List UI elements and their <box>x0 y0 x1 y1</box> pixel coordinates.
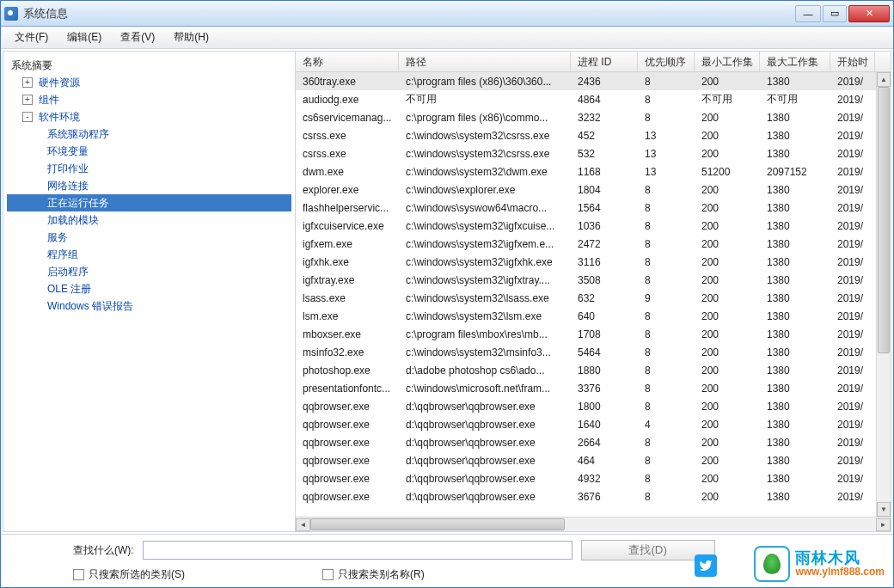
table-row[interactable]: qqbrowser.exed:\qqbrowser\qqbrowser.exe4… <box>296 451 891 469</box>
table-row[interactable]: mboxser.exec:\program files\mbox\res\mb.… <box>296 325 891 343</box>
table-row[interactable]: flashhelperservic...c:\windows\syswow64\… <box>296 199 891 217</box>
vertical-scrollbar[interactable]: ▲ ▼ <box>876 72 891 517</box>
menu-help[interactable]: 帮助(H) <box>165 28 217 47</box>
tree-toggle-icon[interactable]: + <box>22 95 33 105</box>
tree-toggle-icon[interactable]: + <box>22 77 33 88</box>
table-row[interactable]: qqbrowser.exed:\qqbrowser\qqbrowser.exe1… <box>296 397 891 415</box>
table-cell: qqbrowser.exe <box>296 453 399 469</box>
brand-logo[interactable]: 雨林木风 www.ylmf888.com <box>754 546 885 582</box>
table-cell: d:\adobe photoshop cs6\ado... <box>399 363 571 378</box>
table-cell: 13 <box>638 146 695 162</box>
tree-leaf[interactable]: 打印作业 <box>7 160 291 177</box>
table-cell: igfxcuiservice.exe <box>296 218 399 234</box>
table-row[interactable]: igfxcuiservice.exec:\windows\system32\ig… <box>296 217 891 235</box>
table-cell: d:\qqbrowser\qqbrowser.exe <box>399 453 571 469</box>
column-header[interactable]: 最小工作集 <box>695 52 760 71</box>
table-row[interactable]: lsm.exec:\windows\system32\lsm.exe640820… <box>296 307 891 325</box>
column-header[interactable]: 开始时 <box>830 52 875 71</box>
table-row[interactable]: igfxhk.exec:\windows\system32\igfxhk.exe… <box>296 253 891 271</box>
table-cell: lsass.exe <box>296 291 399 306</box>
table-cell: 不可用 <box>760 90 830 108</box>
minimize-button[interactable]: — <box>795 5 821 22</box>
tree-leaf[interactable]: 环境变量 <box>7 143 291 160</box>
table-row[interactable]: qqbrowser.exed:\qqbrowser\qqbrowser.exe2… <box>296 433 891 451</box>
scroll-left-button[interactable]: ◄ <box>296 518 310 531</box>
tree-node[interactable]: +硬件资源 <box>7 74 291 91</box>
tree-leaf[interactable]: 正在运行任务 <box>7 194 291 211</box>
tree-toggle-icon[interactable]: - <box>22 112 33 122</box>
tree-node[interactable]: +组件 <box>7 91 291 108</box>
table-cell: c:\program files (x86)\360\360... <box>399 74 571 89</box>
table-row[interactable]: 360tray.exec:\program files (x86)\360\36… <box>296 72 891 90</box>
table-cell: 2019/ <box>830 363 875 378</box>
table-cell: 8 <box>638 327 695 342</box>
table-row[interactable]: csrss.exec:\windows\system32\csrss.exe53… <box>296 144 891 162</box>
table-row[interactable]: presentationfontc...c:\windows\microsoft… <box>296 379 891 397</box>
table-row[interactable]: lsass.exec:\windows\system32\lsass.exe63… <box>296 289 891 307</box>
table-cell: 200 <box>695 236 760 252</box>
table-cell: 1380 <box>760 435 830 450</box>
titlebar[interactable]: 系统信息 — ▭ ✕ <box>1 1 893 27</box>
only-category-name-checkbox[interactable]: 只搜索类别名称(R) <box>322 567 425 582</box>
table-cell: 1380 <box>760 345 830 360</box>
table-cell: c:\windows\system32\igfxhk.exe <box>399 254 571 270</box>
table-row[interactable]: qqbrowser.exed:\qqbrowser\qqbrowser.exe4… <box>296 469 891 487</box>
table-row[interactable]: qqbrowser.exed:\qqbrowser\qqbrowser.exe1… <box>296 415 891 433</box>
menu-view[interactable]: 查看(V) <box>112 28 163 47</box>
close-button[interactable]: ✕ <box>848 5 890 22</box>
table-row[interactable]: csrss.exec:\windows\system32\csrss.exe45… <box>296 126 891 144</box>
table-cell: qqbrowser.exe <box>296 435 399 450</box>
tree-panel[interactable]: 系统摘要 +硬件资源+组件-软件环境系统驱动程序环境变量打印作业网络连接正在运行… <box>3 52 296 531</box>
column-header[interactable]: 最大工作集 <box>760 52 830 71</box>
vscroll-thumb[interactable] <box>878 87 890 353</box>
column-header[interactable]: 路径 <box>399 52 571 71</box>
table-row[interactable]: cs6servicemanag...c:\program files (x86)… <box>296 108 891 126</box>
table-panel: 名称路径进程 ID优先顺序最小工作集最大工作集开始时 360tray.exec:… <box>296 52 891 531</box>
table-cell: 1640 <box>571 417 638 432</box>
column-header[interactable]: 优先顺序 <box>638 52 695 71</box>
horizontal-scrollbar[interactable]: ◄ ► <box>296 517 891 531</box>
tree-leaf[interactable]: 启动程序 <box>7 263 291 280</box>
tree-leaf[interactable]: Windows 错误报告 <box>7 297 291 315</box>
table-cell: csrss.exe <box>296 146 399 162</box>
checkbox-icon <box>73 569 84 580</box>
table-cell: csrss.exe <box>296 128 399 144</box>
table-cell: 200 <box>695 309 760 324</box>
tree-node[interactable]: -软件环境 <box>7 108 291 126</box>
table-body[interactable]: 360tray.exec:\program files (x86)\360\36… <box>296 72 891 517</box>
table-row[interactable]: qqbrowser.exed:\qqbrowser\qqbrowser.exe3… <box>296 487 891 505</box>
menu-file[interactable]: 文件(F) <box>6 28 57 47</box>
table-cell: 8 <box>638 309 695 324</box>
tree-leaf[interactable]: 加载的模块 <box>7 211 291 229</box>
table-row[interactable]: dwm.exec:\windows\system32\dwm.exe116813… <box>296 162 891 181</box>
twitter-icon[interactable] <box>695 554 717 577</box>
table-cell: 200 <box>695 435 760 450</box>
maximize-button[interactable]: ▭ <box>823 5 847 22</box>
table-cell: 200 <box>695 345 760 360</box>
table-cell: c:\windows\system32\lsass.exe <box>399 291 571 306</box>
scroll-down-button[interactable]: ▼ <box>877 502 891 517</box>
column-header[interactable]: 进程 ID <box>571 52 638 71</box>
scroll-right-button[interactable]: ► <box>876 518 891 531</box>
tree-leaf[interactable]: 网络连接 <box>7 177 291 194</box>
table-row[interactable]: photoshop.exed:\adobe photoshop cs6\ado.… <box>296 361 891 379</box>
column-header[interactable]: 名称 <box>296 52 399 71</box>
search-input[interactable] <box>143 541 573 560</box>
menu-edit[interactable]: 编辑(E) <box>58 28 110 47</box>
tree-leaf[interactable]: 程序组 <box>7 246 291 263</box>
tree-leaf[interactable]: 服务 <box>7 229 291 246</box>
table-row[interactable]: igfxtray.exec:\windows\system32\igfxtray… <box>296 271 891 289</box>
scroll-up-button[interactable]: ▲ <box>877 72 891 87</box>
tree-root[interactable]: 系统摘要 <box>7 57 291 74</box>
table-cell: 1380 <box>760 218 830 234</box>
table-cell: 3376 <box>571 381 638 396</box>
tree-leaf[interactable]: 系统驱动程序 <box>7 126 291 143</box>
table-row[interactable]: explorer.exec:\windows\explorer.exe18048… <box>296 181 891 199</box>
only-selected-category-checkbox[interactable]: 只搜索所选的类别(S) <box>73 567 185 582</box>
table-row[interactable]: audiodg.exe不可用48648不可用不可用2019/ <box>296 90 891 108</box>
tree-leaf[interactable]: OLE 注册 <box>7 280 291 297</box>
hscroll-thumb[interactable] <box>310 518 565 530</box>
table-row[interactable]: igfxem.exec:\windows\system32\igfxem.e..… <box>296 235 891 253</box>
table-cell: d:\qqbrowser\qqbrowser.exe <box>399 471 571 487</box>
table-row[interactable]: msinfo32.exec:\windows\system32\msinfo3.… <box>296 343 891 361</box>
